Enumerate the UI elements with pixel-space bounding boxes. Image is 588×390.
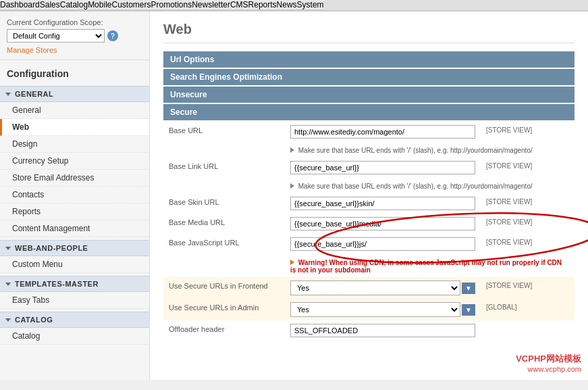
nav-item-dashboard[interactable]: Dashboard xyxy=(0,0,40,10)
base-url-store-view: [STORE VIEW] xyxy=(486,126,532,134)
nav-item-cms[interactable]: CMS xyxy=(230,0,248,10)
nav-item-reports[interactable]: Reports xyxy=(248,0,277,10)
base-link-url-label: Base Link URL xyxy=(169,162,218,170)
section-seo[interactable]: Search Engines Optimization xyxy=(163,69,574,85)
arrow-icon xyxy=(5,283,11,286)
base-js-url-label: Base JavaScript URL xyxy=(169,239,240,247)
sidebar-item-content-mgmt[interactable]: Content Management xyxy=(0,220,149,237)
nav-item-customers[interactable]: Customers xyxy=(111,0,151,10)
sidebar-group-templates[interactable]: TEMPLATES-MASTER xyxy=(0,276,149,292)
section-secure[interactable]: Secure xyxy=(163,104,574,120)
base-js-url-warning: Warning! When using CDN, in some cases J… xyxy=(290,259,569,274)
field-secure-frontend: Use Secure URLs in Frontend Yes No ▼ [ST… xyxy=(163,277,574,299)
base-media-url-store-view: [STORE VIEW] xyxy=(486,218,532,226)
sidebar-item-general[interactable]: General xyxy=(0,102,149,119)
secure-frontend-select[interactable]: Yes No xyxy=(290,281,460,295)
arrow-icon xyxy=(5,247,11,250)
sidebar-item-catalog[interactable]: Catalog xyxy=(0,328,149,345)
section-unsecure[interactable]: Unsecure xyxy=(163,87,574,103)
sidebar-item-custom-menu[interactable]: Custom Menu xyxy=(0,256,149,273)
arrow-icon xyxy=(5,93,11,96)
base-url-label: Base URL xyxy=(169,126,203,135)
sidebar-item-design[interactable]: Design xyxy=(0,136,149,153)
sidebar-item-reports[interactable]: Reports xyxy=(0,203,149,220)
sidebar-group-catalog[interactable]: CATALOG xyxy=(0,312,149,328)
nav-item-system[interactable]: System xyxy=(297,0,324,10)
field-secure-admin: Use Secure URLs in Admin Yes No ▼ [GLOBA… xyxy=(163,299,574,320)
base-url-hint-row: Make sure that base URL ends with '/' (s… xyxy=(163,142,574,157)
base-skin-url-store-view: [STORE VIEW] xyxy=(486,198,532,205)
base-skin-url-label: Base Skin URL xyxy=(169,198,219,206)
nav-item-newsletter[interactable]: Newsletter xyxy=(192,0,230,10)
field-base-url: Base URL [STORE VIEW] xyxy=(163,122,574,142)
secure-admin-select[interactable]: Yes No xyxy=(290,302,460,317)
sidebar-section-title: Configuration xyxy=(0,60,149,83)
base-js-url-hint-row: Warning! When using CDN, in some cases J… xyxy=(163,254,574,277)
field-base-js-url: Base JavaScript URL [STORE VIEW] xyxy=(163,234,574,254)
sidebar-group-web-people[interactable]: WEB-AND-PEOPLE xyxy=(0,240,149,256)
group-label-templates: TEMPLATES-MASTER xyxy=(15,280,99,288)
base-url-hint: Make sure that base URL ends with '/' (s… xyxy=(290,147,569,154)
sidebar-item-store-email[interactable]: Store Email Addresses xyxy=(0,170,149,187)
secure-admin-select-btn[interactable]: ▼ xyxy=(462,304,475,316)
base-link-url-input[interactable] xyxy=(290,161,475,174)
sidebar-item-currency-setup[interactable]: Currency Setup xyxy=(0,153,149,170)
sidebar-group-general[interactable]: GENERAL xyxy=(0,86,149,102)
field-base-skin-url: Base Skin URL [STORE VIEW] xyxy=(163,193,574,214)
base-link-url-hint: Make sure that base URL ends with '/' (s… xyxy=(290,182,569,190)
sidebar: Current Configuration Scope: Default Con… xyxy=(0,11,150,380)
secure-frontend-label: Use Secure URLs in Frontend xyxy=(169,282,268,290)
main-content: Web Url Options Search Engines Optimizat… xyxy=(150,11,588,380)
offloader-label: Offloader header xyxy=(169,325,224,333)
group-label-web-people: WEB-AND-PEOPLE xyxy=(15,244,88,252)
base-link-url-hint-row: Make sure that base URL ends with '/' (s… xyxy=(163,178,574,193)
base-skin-url-input[interactable] xyxy=(290,197,475,210)
sidebar-item-easy-tabs[interactable]: Easy Tabs xyxy=(0,292,149,309)
base-media-url-label: Base Media URL xyxy=(169,218,225,226)
field-base-link-url: Base Link URL [STORE VIEW] xyxy=(163,157,574,178)
base-link-url-store-view: [STORE VIEW] xyxy=(486,162,532,170)
sidebar-item-web[interactable]: Web xyxy=(0,119,149,136)
base-js-url-store-view: [STORE VIEW] xyxy=(486,239,532,246)
scope-help-icon[interactable]: ? xyxy=(107,30,118,41)
base-url-input[interactable] xyxy=(290,125,475,139)
manage-stores-link[interactable]: Manage Stores xyxy=(7,46,142,54)
secure-admin-label: Use Secure URLs in Admin xyxy=(169,303,259,312)
group-label-catalog: CATALOG xyxy=(15,316,53,324)
nav-item-sales[interactable]: Sales xyxy=(40,0,60,10)
base-media-url-input[interactable] xyxy=(290,217,475,230)
nav-item-promotions[interactable]: Promotions xyxy=(151,0,192,10)
field-base-media-url: Base Media URL [STORE VIEW] xyxy=(163,214,574,234)
offloader-input[interactable] xyxy=(290,324,475,337)
scope-label: Current Configuration Scope: xyxy=(7,18,142,26)
secure-frontend-store-view: [STORE VIEW] xyxy=(486,282,532,289)
group-label-general: GENERAL xyxy=(15,90,53,98)
page-title: Web xyxy=(163,22,574,43)
nav-item-news[interactable]: News xyxy=(277,0,297,10)
secure-frontend-select-btn[interactable]: ▼ xyxy=(462,283,475,294)
field-offloader: Offloader header xyxy=(163,320,574,341)
base-js-url-input[interactable] xyxy=(290,237,475,251)
scope-select[interactable]: Default Config xyxy=(7,29,105,43)
watermark: VCPHP网站模板 www.vcphp.com xyxy=(516,353,581,373)
nav-item-mobile[interactable]: Mobile xyxy=(88,0,111,10)
secure-admin-store-view: [GLOBAL] xyxy=(486,303,517,311)
sidebar-item-contacts[interactable]: Contacts xyxy=(0,187,149,203)
config-form: Base URL [STORE VIEW] Make sure that bas… xyxy=(163,122,574,341)
arrow-icon xyxy=(5,318,11,322)
top-nav: Dashboard Sales Catalog Mobile Customers… xyxy=(0,0,588,11)
section-url-options[interactable]: Url Options xyxy=(163,51,574,68)
nav-item-catalog[interactable]: Catalog xyxy=(60,0,88,10)
